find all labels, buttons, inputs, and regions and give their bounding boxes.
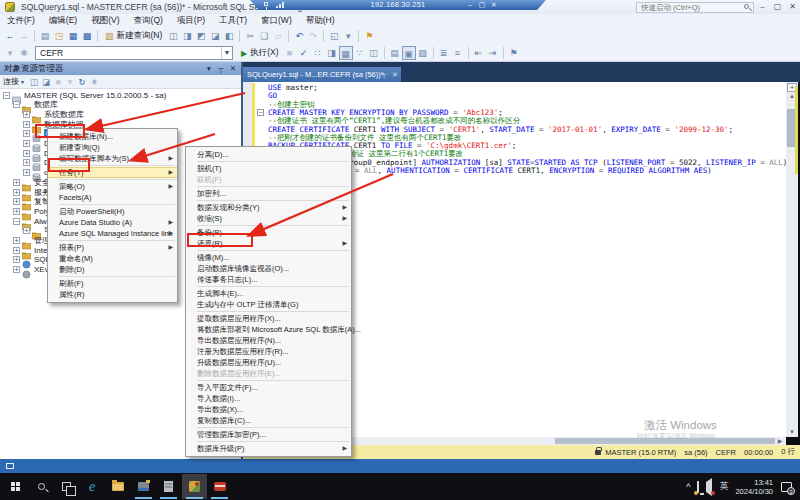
expand-icon[interactable]: + [23,121,30,128]
context-menu-item-4[interactable]: 策略(O)▶ [48,181,177,192]
uncomment-icon[interactable]: ≡ [451,46,465,60]
expand-icon[interactable]: + [13,189,20,196]
profiler-icon[interactable]: ✱ [17,46,31,60]
cancel-query-icon[interactable]: ■ [283,46,297,60]
mdx-query-icon[interactable]: ◩ [194,29,208,43]
expand-icon[interactable]: + [13,198,20,205]
action-center-icon[interactable]: 2 [781,482,792,492]
rdp-close-button[interactable]: ✕ [488,0,500,10]
indent-icon[interactable]: ⇥ [486,46,500,60]
open-file-icon[interactable]: ◳ [52,29,66,43]
task-submenu-item-21[interactable]: 导出数据(X)... [186,404,351,415]
task-submenu-item-9[interactable]: 启动数据库镜像监视器(O)... [186,263,351,274]
combo-dropdown-icon[interactable]: ▼ [221,47,232,59]
context-menu-item-8[interactable]: Azure SQL Managed Instance link▶ [48,228,177,239]
context-menu-item-12[interactable]: 刷新(F) [48,278,177,289]
task-submenu-item-17[interactable]: 升级数据层应用程序(U)... [186,357,351,368]
tab-pin-icon[interactable]: ┬ [379,67,389,82]
task-submenu-item-13[interactable]: 提取数据层应用程序(X)... [186,313,351,324]
new-connection-query-icon[interactable]: ◫ [166,29,180,43]
tab-close-icon[interactable]: ✕ [390,67,400,82]
network-icon[interactable] [697,482,699,492]
expand-icon[interactable]: + [23,140,30,147]
scroll-down-icon[interactable]: ▼ [786,428,798,437]
task-submenu-item-15[interactable]: 导出数据层应用程序(N)... [186,335,351,346]
analyze-icon[interactable]: ∷ [311,46,325,60]
expand-icon[interactable]: + [23,130,30,137]
live-stats-icon[interactable]: ▦ [339,46,353,60]
copy-icon[interactable]: ❏ [257,29,271,43]
collapse-icon[interactable]: − [13,218,20,225]
results-text-icon[interactable]: ▤ [388,46,402,60]
window-layout-icon[interactable]: ◱ [327,29,341,43]
clock[interactable]: 13:41 2024/10/30 [735,478,773,496]
expand-icon[interactable]: + [13,179,20,186]
ssms-icon[interactable] [182,474,207,499]
menubar-item-5[interactable]: 工具(T) [212,14,254,27]
cut-icon[interactable]: ✂ [243,29,257,43]
estimated-plan-icon[interactable]: ◨ [325,46,339,60]
expand-icon[interactable]: + [13,208,20,215]
context-menu-item-9[interactable]: 报表(P)▶ [48,242,177,253]
connect-dropdown-icon[interactable]: ▾ [21,78,24,85]
snipping-tool-icon[interactable] [156,474,181,499]
context-menu-item-6[interactable]: 启动 PowerShell(H) [48,206,177,217]
context-menu-item-0[interactable]: 新建数据库(N)... [48,131,177,142]
collapse-icon[interactable]: − [3,92,10,99]
task-submenu-item-14[interactable]: 将数据库部署到 Microsoft Azure SQL 数据库(A)... [186,324,351,335]
task-submenu-item-0[interactable]: 分离(D)... [186,149,351,160]
task-submenu-item-8[interactable]: 镜像(M)... [186,252,351,263]
task-submenu-item-6[interactable]: 备份(B)... [186,227,351,238]
context-menu-item-2[interactable]: 编写数据库脚本为(S)▶ [48,153,177,164]
save-all-icon[interactable]: ▩ [80,29,94,43]
quick-launch-input[interactable] [636,2,754,13]
expand-icon[interactable]: + [23,150,30,157]
task-submenu-item-1[interactable]: 脱机(T) [186,163,351,174]
oe-dropdown-icon[interactable]: ▾ [203,62,215,75]
collapse-icon[interactable]: − [13,101,20,108]
explorer-icon[interactable] [105,474,130,499]
minimize-button[interactable]: – [756,1,769,13]
oe-filter-icon[interactable]: ▼ [64,77,76,87]
toolbar-options-icon[interactable]: ▾ [341,29,355,43]
rdp-minimize-button[interactable]: – [464,0,476,10]
xmla-query-icon[interactable]: ◧ [222,29,236,43]
oe-script-icon[interactable]: ✳ [88,77,100,87]
ime-indicator[interactable]: 英 [719,480,728,493]
task-submenu-item-16[interactable]: 注册为数据层应用程序(R)... [186,346,351,357]
oe-refresh-icon[interactable]: ↻ [76,77,88,87]
expand-icon[interactable]: + [23,227,30,234]
flag-icon[interactable]: ⚑ [362,29,376,43]
expand-icon[interactable]: + [13,256,20,263]
ie-icon[interactable]: e [80,474,105,499]
oe-stop-icon[interactable]: ■ [52,77,64,87]
execute-button[interactable]: ▶执行(X) [237,46,283,61]
menubar-item-2[interactable]: 视图(V) [84,14,126,27]
expand-icon[interactable]: + [13,266,20,273]
expand-icon[interactable]: + [23,169,30,176]
expand-icon[interactable]: + [13,237,20,244]
dmx-query-icon[interactable]: ◪ [208,29,222,43]
tree-item-2[interactable]: +系统数据库 [0,109,241,119]
task-submenu-item-19[interactable]: 导入平面文件(F)... [186,382,351,393]
sql-tool-icon[interactable] [207,474,232,499]
menubar-item-0[interactable]: 文件(F) [0,14,42,27]
outdent-icon[interactable]: ⇤ [472,46,486,60]
menubar-item-7[interactable]: 帮助(H) [299,14,342,27]
client-stats-icon[interactable]: ∵ [353,46,367,60]
bookmark-icon[interactable]: ⚑ [507,46,521,60]
task-submenu-item-22[interactable]: 复制数据库(C)... [186,415,351,426]
results-file-icon[interactable]: ▨ [416,46,430,60]
task-submenu-item-10[interactable]: 传送事务日志(L)... [186,274,351,285]
menubar-item-1[interactable]: 编辑(E) [42,14,84,27]
search-button[interactable] [29,474,54,499]
vertical-scrollbar[interactable]: + ▲ ▼ [786,82,798,437]
restore-button[interactable]: ▢ [771,1,784,13]
context-menu-item-3[interactable]: 任务(T)▶ [48,167,177,178]
nav-back-icon[interactable]: ← [3,29,17,43]
redo-icon[interactable]: ↷ [306,29,320,43]
context-menu-item-13[interactable]: 属性(R) [48,289,177,300]
nav-forward-icon[interactable]: → [17,29,31,43]
paste-icon[interactable]: ▱ [271,29,285,43]
expand-icon[interactable]: + [23,159,30,166]
